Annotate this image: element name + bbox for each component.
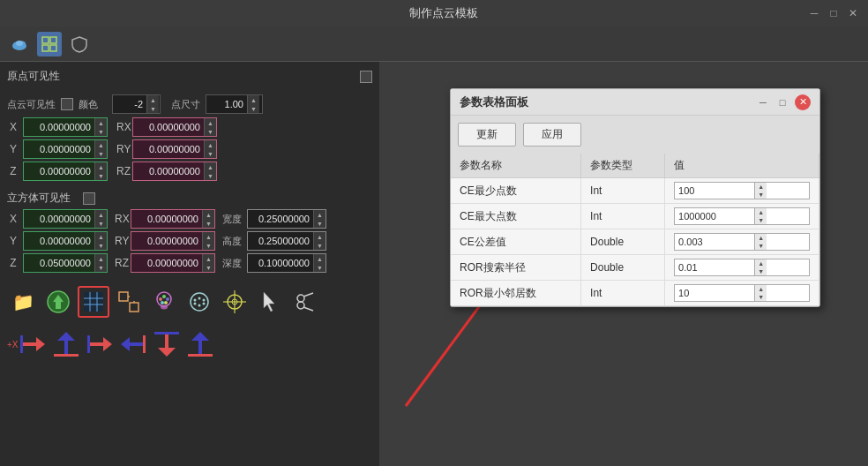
- cube-y-input[interactable]: [24, 232, 94, 250]
- y-up-btn[interactable]: ▲: [94, 140, 107, 149]
- height-input[interactable]: [248, 232, 313, 250]
- cube-y-down[interactable]: ▼: [94, 241, 107, 250]
- cube-x-input[interactable]: [24, 210, 94, 228]
- param-value-down-0[interactable]: ▼: [754, 191, 767, 199]
- param-value-input-3[interactable]: [675, 259, 754, 275]
- cube-ry-down[interactable]: ▼: [202, 241, 214, 250]
- ry-spinbox: ▲ ▼: [132, 139, 217, 159]
- cube-rz-input[interactable]: [131, 254, 202, 272]
- x-down-btn[interactable]: ▼: [94, 127, 107, 136]
- cube-visibility-checkbox[interactable]: [83, 192, 95, 205]
- point-size-input[interactable]: [206, 95, 247, 113]
- param-value-up-0[interactable]: ▲: [754, 183, 767, 191]
- param-value-up-3[interactable]: ▲: [754, 259, 767, 267]
- transform-tool-btn[interactable]: [113, 286, 145, 318]
- folder-tool-btn[interactable]: 📁: [7, 286, 39, 318]
- col-header-value: 值: [665, 154, 819, 178]
- origin-visibility-checkbox[interactable]: [360, 71, 372, 83]
- cube-z-row: Z ▲ ▼ RZ ▲ ▼ 深度: [7, 253, 372, 273]
- svg-point-29: [203, 299, 206, 302]
- cube-z-input[interactable]: [24, 254, 94, 272]
- svg-rect-15: [119, 292, 128, 301]
- cube-z-down[interactable]: ▼: [94, 263, 107, 272]
- color-down-btn[interactable]: ▼: [146, 104, 159, 113]
- cube-ry-up[interactable]: ▲: [202, 232, 214, 241]
- x-up-btn[interactable]: ▲: [94, 118, 107, 127]
- x-coord-row: X ▲ ▼ RX ▲ ▼: [7, 117, 372, 137]
- cube-rx-input[interactable]: [131, 210, 202, 228]
- width-up[interactable]: ▲: [313, 210, 326, 219]
- depth-down[interactable]: ▼: [313, 263, 326, 272]
- param-value-input-0[interactable]: [675, 183, 754, 199]
- z-down-btn[interactable]: ▼: [94, 171, 107, 180]
- param-value-input-2[interactable]: [675, 234, 754, 250]
- shield-toolbar-icon[interactable]: [67, 32, 92, 56]
- update-button[interactable]: 更新: [458, 123, 516, 147]
- ry-input[interactable]: [133, 140, 204, 158]
- upload-tool-btn[interactable]: [42, 286, 74, 318]
- point-size-up-btn[interactable]: ▲: [247, 95, 259, 104]
- grid-toolbar-icon[interactable]: [37, 32, 62, 56]
- cube-y-row: Y ▲ ▼ RY ▲ ▼ 高度: [7, 231, 372, 251]
- y-down-btn[interactable]: ▼: [94, 149, 107, 158]
- rx-input[interactable]: [133, 118, 204, 136]
- maximize-button[interactable]: □: [827, 7, 840, 19]
- minimize-button[interactable]: ─: [808, 7, 820, 19]
- table-tool-btn[interactable]: [78, 286, 109, 318]
- scissors-tool-btn[interactable]: [289, 286, 321, 318]
- cube-rx-up[interactable]: ▲: [202, 210, 214, 219]
- cube-rz-up[interactable]: ▲: [202, 254, 214, 263]
- rx-down-btn[interactable]: ▼: [204, 127, 216, 136]
- param-value-down-3[interactable]: ▼: [754, 267, 767, 275]
- param-value-up-2[interactable]: ▲: [754, 234, 767, 242]
- param-value-up-1[interactable]: ▲: [754, 208, 767, 216]
- dots-tool-btn[interactable]: [183, 286, 215, 318]
- cube-rz-down[interactable]: ▼: [202, 263, 214, 272]
- width-down[interactable]: ▼: [313, 219, 326, 228]
- rz-down-btn[interactable]: ▼: [204, 171, 216, 180]
- depth-input[interactable]: [248, 254, 313, 272]
- ry-up-btn[interactable]: ▲: [204, 140, 216, 149]
- cube-y-up[interactable]: ▲: [94, 232, 107, 241]
- z-input[interactable]: [24, 162, 94, 180]
- param-value-down-2[interactable]: ▼: [754, 242, 767, 250]
- z-up-btn[interactable]: ▲: [94, 162, 107, 171]
- param-panel-maximize-btn[interactable]: □: [775, 95, 789, 109]
- param-value-input-4[interactable]: [675, 285, 754, 301]
- param-panel-close-btn[interactable]: ✕: [795, 94, 811, 110]
- param-value-down-1[interactable]: ▼: [754, 216, 767, 224]
- width-input[interactable]: [248, 210, 313, 228]
- palette-tool-btn[interactable]: [148, 286, 180, 318]
- param-value-input-1[interactable]: [675, 208, 754, 224]
- depth-up[interactable]: ▲: [313, 254, 326, 263]
- height-up[interactable]: ▲: [313, 232, 326, 241]
- x-input[interactable]: [24, 118, 94, 136]
- rx-up-btn[interactable]: ▲: [204, 118, 216, 127]
- cube-rx-down[interactable]: ▼: [202, 219, 214, 228]
- apply-button[interactable]: 应用: [523, 123, 581, 147]
- svg-rect-5: [50, 37, 56, 43]
- svg-point-22: [166, 297, 169, 301]
- color-up-btn[interactable]: ▲: [146, 95, 159, 104]
- cursor-tool-btn[interactable]: [254, 286, 286, 318]
- param-value-down-4[interactable]: ▼: [754, 293, 767, 301]
- param-value-up-4[interactable]: ▲: [754, 285, 767, 293]
- param-panel-minimize-btn[interactable]: ─: [756, 95, 770, 109]
- point-size-down-btn[interactable]: ▼: [247, 104, 259, 113]
- panel-actions: 更新 应用: [451, 116, 819, 154]
- ry-down-btn[interactable]: ▼: [204, 149, 216, 158]
- cube-ry-input[interactable]: [131, 232, 202, 250]
- height-down[interactable]: ▼: [313, 241, 326, 250]
- cloud-toolbar-icon[interactable]: [7, 32, 32, 56]
- svg-point-28: [198, 297, 201, 300]
- cube-x-up[interactable]: ▲: [94, 210, 107, 219]
- point-cloud-checkbox[interactable]: [61, 98, 73, 110]
- cube-x-down[interactable]: ▼: [94, 219, 107, 228]
- rz-input[interactable]: [133, 162, 204, 180]
- cube-z-up[interactable]: ▲: [94, 254, 107, 263]
- rz-up-btn[interactable]: ▲: [204, 162, 216, 171]
- y-input[interactable]: [24, 140, 94, 158]
- color-input[interactable]: [113, 95, 146, 113]
- close-button[interactable]: ✕: [847, 7, 859, 19]
- target-tool-btn[interactable]: [219, 286, 251, 318]
